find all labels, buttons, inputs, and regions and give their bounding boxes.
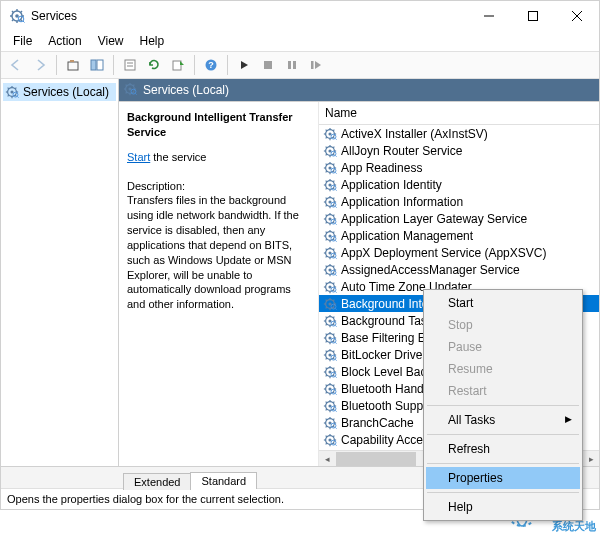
svg-rect-27 [288,61,291,69]
titlebar: Services [1,1,599,31]
show-hide-tree-icon[interactable] [86,54,108,76]
service-row[interactable]: Application Identity [319,176,599,193]
gear-icon [323,314,337,328]
svg-rect-17 [70,60,74,62]
up-level-icon[interactable] [62,54,84,76]
ctx-all-tasks[interactable]: All Tasks ▶ [426,409,580,431]
tab-standard[interactable]: Standard [190,472,257,489]
ctx-resume[interactable]: Resume [426,358,580,380]
gear-icon [323,433,337,447]
gear-icon [323,331,337,345]
column-header-name[interactable]: Name [319,102,599,125]
ctx-stop[interactable]: Stop [426,314,580,336]
start-service-icon[interactable] [233,54,255,76]
menu-help[interactable]: Help [132,32,173,50]
service-name: AssignedAccessManager Service [341,263,520,277]
main-header-label: Services (Local) [143,83,229,97]
gear-icon [323,212,337,226]
toolbar-separator [56,55,57,75]
ctx-restart[interactable]: Restart [426,380,580,402]
selected-service-name: Background Intelligent Transfer Service [127,110,310,140]
svg-rect-28 [293,61,296,69]
service-name: AppX Deployment Service (AppXSVC) [341,246,546,260]
properties-icon[interactable] [119,54,141,76]
gear-icon [323,246,337,260]
svg-rect-20 [125,60,135,70]
tree-root-item[interactable]: Services (Local) [3,83,116,101]
gear-icon [323,348,337,362]
window-title: Services [31,9,467,23]
refresh-icon[interactable] [143,54,165,76]
description-text: Transfers files in the background using … [127,194,299,310]
stop-service-icon[interactable] [257,54,279,76]
gear-icon [323,297,337,311]
scroll-thumb[interactable] [336,452,416,466]
toolbar: ? [1,51,599,79]
pause-service-icon[interactable] [281,54,303,76]
service-name: Application Information [341,195,463,209]
gear-icon [323,127,337,141]
svg-rect-19 [97,60,103,70]
gear-icon [323,161,337,175]
export-list-icon[interactable] [167,54,189,76]
service-row[interactable]: Application Management [319,227,599,244]
forward-arrow-icon[interactable] [29,54,51,76]
scroll-right-icon[interactable]: ▸ [583,451,599,467]
ctx-start[interactable]: Start [426,292,580,314]
service-row[interactable]: AllJoyn Router Service [319,142,599,159]
service-row[interactable]: AssignedAccessManager Service [319,261,599,278]
ctx-refresh[interactable]: Refresh [426,438,580,460]
service-name: Application Identity [341,178,442,192]
menu-action[interactable]: Action [40,32,89,50]
restart-service-icon[interactable] [305,54,327,76]
maximize-button[interactable] [511,1,555,31]
ctx-separator [427,492,579,493]
gear-icon [323,144,337,158]
service-name: AllJoyn Router Service [341,144,462,158]
toolbar-separator [194,55,195,75]
ctx-properties[interactable]: Properties [426,467,580,489]
ctx-help[interactable]: Help [426,496,580,518]
service-row[interactable]: Application Layer Gateway Service [319,210,599,227]
gear-icon [323,399,337,413]
svg-rect-13 [529,12,538,21]
close-button[interactable] [555,1,599,31]
minimize-button[interactable] [467,1,511,31]
back-arrow-icon[interactable] [5,54,27,76]
svg-rect-18 [91,60,96,70]
svg-rect-23 [173,61,181,70]
service-name: Application Layer Gateway Service [341,212,527,226]
service-row[interactable]: App Readiness [319,159,599,176]
gear-icon [323,263,337,277]
menu-view[interactable]: View [90,32,132,50]
svg-rect-29 [311,61,314,69]
ctx-separator [427,434,579,435]
gear-icon [323,178,337,192]
tree-root-label: Services (Local) [23,85,109,99]
action-suffix: the service [150,151,206,163]
tree-pane[interactable]: Services (Local) [1,79,119,466]
menu-file[interactable]: File [5,32,40,50]
ctx-all-tasks-label: All Tasks [448,413,495,427]
toolbar-separator [113,55,114,75]
watermark-text: 系统天地 [552,519,596,534]
service-row[interactable]: Application Information [319,193,599,210]
gear-icon [323,365,337,379]
app-icon [9,8,25,24]
main-header: Services (Local) [119,79,599,101]
tab-extended[interactable]: Extended [123,473,191,490]
start-service-link[interactable]: Start [127,151,150,163]
gear-icon [323,382,337,396]
service-name: App Readiness [341,161,422,175]
help-icon[interactable]: ? [200,54,222,76]
gear-icon [123,82,137,96]
context-menu: Start Stop Pause Resume Restart All Task… [423,289,583,521]
ctx-separator [427,463,579,464]
service-row[interactable]: ActiveX Installer (AxInstSV) [319,125,599,142]
svg-rect-26 [264,61,272,69]
detail-panel: Background Intelligent Transfer Service … [119,102,319,466]
gear-icon [5,85,19,99]
scroll-left-icon[interactable]: ◂ [319,451,335,467]
ctx-pause[interactable]: Pause [426,336,580,358]
service-row[interactable]: AppX Deployment Service (AppXSVC) [319,244,599,261]
